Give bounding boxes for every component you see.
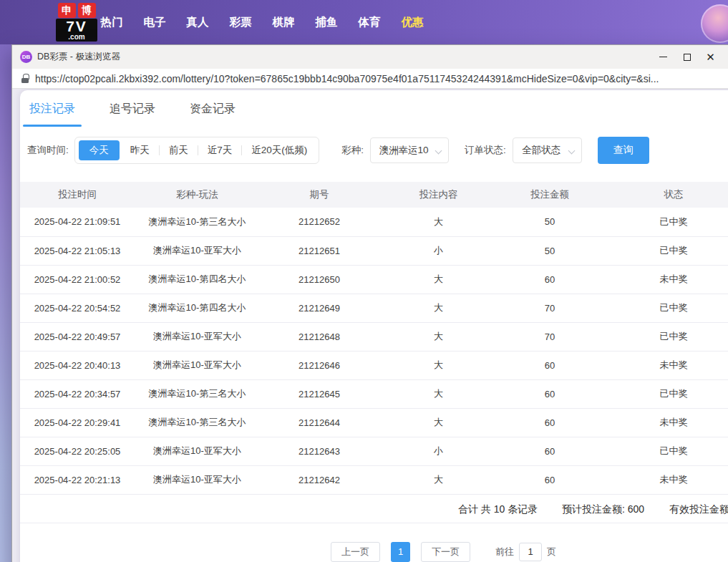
cell-game: 澳洲幸运10-第四名大小 (135, 265, 260, 294)
summary-total: 合计 共 10 条记录 (458, 495, 538, 523)
logo-suffix: .com (56, 34, 97, 40)
table-row: 2025-04-22 21:09:51澳洲幸运10-第三名大小21212652大… (20, 208, 728, 236)
cell-time: 2025-04-22 20:21:13 (20, 465, 135, 494)
nav-item[interactable]: 优惠 (391, 15, 434, 30)
cell-amount: 60 (498, 351, 601, 379)
filter-bar: 查询时间: 今天昨天前天近7天近20天(低频) 彩种: 澳洲幸运10 订单状态:… (27, 137, 728, 164)
cell-content: 大 (379, 465, 498, 494)
time-option[interactable]: 近7天 (198, 140, 242, 160)
col-issue: 期号 (260, 182, 379, 208)
summary-expected-amount: 预计投注金额: 600 (562, 495, 644, 523)
bet-table-body: 2025-04-22 21:09:51澳洲幸运10-第三名大小21212652大… (20, 208, 728, 494)
cell-game: 澳洲幸运10-第三名大小 (135, 379, 260, 408)
col-status: 状态 (601, 182, 728, 208)
window-controls: ✕ (651, 45, 722, 69)
time-option[interactable]: 今天 (79, 140, 120, 160)
nav-item[interactable]: 真人 (176, 15, 219, 30)
cell-content: 大 (379, 408, 498, 437)
cell-issue: 21212649 (260, 294, 379, 322)
cell-amount: 60 (498, 437, 601, 465)
cell-amount: 50 (498, 208, 601, 236)
summary-row: 合计 共 10 条记录 预计投注金额: 600 有效投注金额 (20, 495, 728, 523)
table-row: 2025-04-22 20:25:05澳洲幸运10-亚军大小21212643小6… (20, 437, 728, 465)
cell-amount: 60 (498, 379, 601, 408)
minimize-icon (659, 57, 667, 57)
summary-valid-amount: 有效投注金额 (669, 495, 728, 523)
pagination: 上一页 1 下一页 前往 页 (331, 542, 728, 562)
cell-game: 澳洲幸运10-第三名大小 (135, 208, 260, 236)
nav-item[interactable]: 电子 (133, 15, 176, 30)
cell-game: 澳洲幸运10-亚军大小 (135, 465, 260, 494)
record-tabs: 投注记录 追号记录 资金记录 (20, 102, 728, 127)
cell-content: 大 (379, 379, 498, 408)
table-row: 2025-04-22 20:21:13澳洲幸运10-亚军大小21212642大6… (20, 465, 728, 494)
cell-content: 大 (379, 265, 498, 294)
table-row: 2025-04-22 20:49:57澳洲幸运10-亚军大小21212648大7… (20, 322, 728, 351)
lottery-select-value: 澳洲幸运10 (379, 144, 429, 157)
order-status-select[interactable]: 全部状态 (513, 137, 582, 163)
cell-issue: 21212646 (260, 351, 379, 379)
cell-game: 澳洲幸运10-亚军大小 (135, 437, 260, 465)
prev-page-button[interactable]: 上一页 (331, 542, 380, 562)
goto-page-input[interactable] (519, 543, 542, 561)
table-row: 2025-04-22 20:29:41澳洲幸运10-第三名大小21212644大… (20, 408, 728, 437)
cell-content: 大 (379, 208, 498, 236)
nav-item[interactable]: 体育 (348, 15, 391, 30)
lottery-filter-label: 彩种: (341, 144, 364, 157)
time-option[interactable]: 近20天(低频) (242, 140, 316, 160)
cell-status: 已中奖 (601, 208, 728, 236)
chevron-down-icon (568, 147, 575, 155)
current-page-button[interactable]: 1 (391, 542, 410, 562)
table-row: 2025-04-22 20:34:57澳洲幸运10-第三名大小21212645大… (20, 379, 728, 408)
nav-menu: 热门电子真人彩票棋牌捕鱼体育优惠 (90, 15, 434, 30)
cell-status: 未中奖 (601, 408, 728, 437)
cell-amount: 70 (498, 294, 601, 322)
cell-time: 2025-04-22 20:54:52 (20, 294, 135, 322)
cell-time: 2025-04-22 20:34:57 (20, 379, 135, 408)
cell-amount: 50 (498, 236, 601, 265)
cell-time: 2025-04-22 20:49:57 (20, 322, 135, 351)
cell-amount: 60 (498, 265, 601, 294)
cell-time: 2025-04-22 20:40:13 (20, 351, 135, 379)
cell-game: 澳洲幸运10-第三名大小 (135, 408, 260, 437)
nav-item[interactable]: 热门 (90, 15, 133, 30)
tab-chase-records[interactable]: 追号记录 (110, 102, 155, 127)
time-option[interactable]: 昨天 (121, 140, 159, 160)
avatar[interactable] (701, 4, 728, 43)
col-bet-time: 投注时间 (20, 182, 135, 208)
nav-item[interactable]: 彩票 (219, 15, 262, 30)
cell-game: 澳洲幸运10-亚军大小 (135, 322, 260, 351)
maximize-button[interactable] (675, 45, 699, 69)
cell-status: 已中奖 (601, 236, 728, 265)
cell-content: 大 (379, 351, 498, 379)
goto-page-suffix: 页 (547, 546, 556, 558)
cell-content: 大 (379, 294, 498, 322)
cell-amount: 70 (498, 322, 601, 351)
address-bar[interactable]: https://ctop02pcali.2kbxi392.com/lottery… (12, 69, 728, 89)
search-button[interactable]: 查询 (598, 137, 649, 164)
order-status-value: 全部状态 (522, 144, 560, 157)
url-text: https://ctop02pcali.2kbxi392.com/lottery… (35, 73, 659, 84)
time-filter-label: 查询时间: (27, 144, 69, 157)
cell-issue: 21212650 (260, 265, 379, 294)
tab-bet-records[interactable]: 投注记录 (29, 102, 75, 127)
nav-item[interactable]: 棋牌 (262, 15, 305, 30)
cell-time: 2025-04-22 20:25:05 (20, 437, 135, 465)
cell-time: 2025-04-22 21:09:51 (20, 208, 135, 236)
nav-item[interactable]: 捕鱼 (305, 15, 348, 30)
records-panel: 投注记录 追号记录 资金记录 查询时间: 今天昨天前天近7天近20天(低频) 彩… (20, 90, 728, 562)
cell-issue: 21212651 (260, 236, 379, 265)
close-button[interactable]: ✕ (699, 45, 722, 69)
window-titlebar[interactable]: DB DB彩票 - 极速浏览器 ✕ (12, 45, 728, 69)
next-page-button[interactable]: 下一页 (421, 542, 470, 562)
table-row: 2025-04-22 21:05:13澳洲幸运10-亚军大小21212651小5… (20, 236, 728, 265)
col-game-play: 彩种-玩法 (135, 182, 260, 208)
time-option[interactable]: 前天 (160, 140, 198, 160)
cell-amount: 60 (498, 465, 601, 494)
minimize-button[interactable] (651, 45, 675, 69)
cell-amount: 60 (498, 408, 601, 437)
lock-icon (21, 74, 29, 83)
tab-fund-records[interactable]: 资金记录 (190, 102, 236, 127)
cell-content: 小 (379, 236, 498, 265)
lottery-select[interactable]: 澳洲幸运10 (370, 137, 449, 163)
